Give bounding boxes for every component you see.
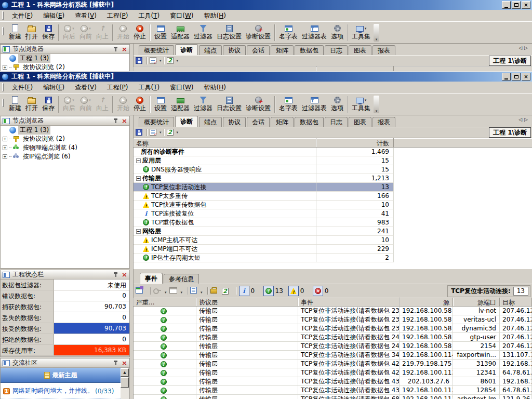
toolbar-button-nametable[interactable]: 名字表	[277, 95, 300, 113]
refresh-icon[interactable]: 2	[167, 129, 174, 136]
pin-icon[interactable]	[113, 118, 118, 124]
tab-matrix[interactable]: 矩阵	[271, 117, 294, 127]
menu-item-edit[interactable]: 编辑(E)	[38, 82, 70, 94]
toolbar-button-filter[interactable]: 过滤器	[192, 95, 215, 113]
tab-matrix[interactable]: 矩阵	[271, 45, 294, 55]
panel-close-icon[interactable]: ×	[122, 272, 127, 278]
event-row[interactable]: 传输层TCP复位非活动连接(请看数据包 23858)192.168.100.58…	[134, 324, 532, 333]
toolbar-grip[interactable]	[2, 27, 4, 35]
minimize-button[interactable]	[502, 73, 511, 81]
panel-close-icon[interactable]: ×	[122, 118, 127, 124]
diagnosis-row[interactable]: ICMP端口不可达229	[134, 245, 532, 254]
tab-endpoint[interactable]: 端点	[199, 117, 222, 127]
event-row[interactable]: 传输层TCP复位非活动连接(请看数据包 23559)192.168.100.58…	[134, 315, 532, 324]
tree-item-by-mac[interactable]: +按物理端点浏览 (4)	[1, 143, 129, 152]
tree-item-by-protocol[interactable]: +按协议浏览 (2)	[1, 135, 129, 143]
menu-item-project[interactable]: 工程(P)	[102, 82, 134, 94]
menu-item-help[interactable]: 帮助(H)	[198, 82, 231, 94]
pin-icon[interactable]	[113, 46, 118, 52]
diagnosis-row[interactable]: TCP快速重传数据包10	[134, 201, 532, 209]
diagnosis-row[interactable]: −应用层15	[134, 156, 532, 165]
toolbar-button-logset[interactable]: 日志设置	[215, 95, 244, 113]
expand-plus-icon[interactable]: +	[3, 154, 7, 159]
close-button[interactable]: ×	[522, 1, 530, 9]
pin-icon[interactable]	[113, 272, 118, 277]
toolbar-button-stop[interactable]: 停止	[131, 95, 148, 113]
toolbar-button-toolset[interactable]: ▾工具集	[350, 23, 373, 41]
tab-summary[interactable]: 概要统计	[139, 45, 174, 55]
fields-icon[interactable]	[150, 57, 156, 64]
tab-conversation[interactable]: 会话	[247, 117, 270, 127]
events-column-header[interactable]: 严重...	[134, 298, 196, 307]
tab-chart[interactable]: 图表	[349, 117, 371, 127]
tab-diagnosis[interactable]: 诊断	[175, 116, 198, 127]
event-row[interactable]: 传输层TCP复位非活动连接(请看数据包 42751)219.79.198.175…	[134, 360, 532, 368]
menu-item-tools[interactable]: 工具(T)	[133, 10, 165, 22]
scroll-thumb[interactable]	[121, 377, 129, 388]
tree-item-by-ip[interactable]: +按IP端点浏览 (6)	[1, 152, 129, 161]
filter-toggle-warn[interactable]	[288, 286, 299, 296]
toolbar-overflow-chevron[interactable]: ▾	[374, 96, 379, 113]
menu-item-file[interactable]: 文件(F)	[7, 10, 38, 22]
minimize-button[interactable]	[502, 1, 511, 9]
tab-scroll-arrows[interactable]: ◁▷	[518, 117, 530, 122]
tab-event[interactable]: 事件	[140, 273, 163, 284]
tree-item-project[interactable]: 工程 1 (3)	[1, 54, 129, 63]
toolbar-button-back[interactable]: ◀▾向后	[61, 95, 77, 113]
save-sm-icon[interactable]	[136, 129, 142, 136]
tab-packet[interactable]: 数据包	[295, 45, 324, 55]
menu-item-help[interactable]: 帮助(H)	[198, 10, 231, 22]
toolbar-button-settings[interactable]: 设置	[152, 95, 169, 113]
diagnosis-row[interactable]: IP包生存周期太短2	[134, 254, 532, 262]
collapse-minus-icon[interactable]: −	[136, 176, 141, 181]
diagnosis-row[interactable]: TCP重传数据包983	[134, 218, 532, 227]
menu-item-project[interactable]: 工程(P)	[102, 10, 134, 22]
toolbar-button-stop[interactable]: 停止	[131, 23, 148, 41]
toolbar-button-toolset[interactable]: ▾工具集	[350, 95, 373, 113]
diagnosis-row[interactable]: −传输层1,213	[134, 174, 532, 183]
tab-log[interactable]: 日志	[325, 117, 348, 127]
titlebar[interactable]: 工程 1 - 科来网络分析系统 [捕获中] ×	[0, 0, 532, 10]
refresh-icon[interactable]: 2	[167, 57, 174, 64]
tab-report[interactable]: 报表	[373, 117, 395, 127]
tab-chart[interactable]: 图表	[349, 45, 371, 55]
restore-button[interactable]	[512, 1, 521, 9]
titlebar[interactable]: 工程 1 - 科来网络分析系统 [捕获中] ×	[0, 72, 532, 82]
collapse-minus-icon[interactable]: −	[136, 229, 141, 234]
events-tool-refresh2[interactable]: 2	[222, 287, 231, 295]
toolbar-button-logset[interactable]: 日志设置	[215, 23, 244, 41]
tab-scroll-arrows[interactable]: ◁▷	[518, 45, 530, 50]
toolbar-button-adapter[interactable]: 适配器	[169, 95, 192, 113]
tab-packet[interactable]: 数据包	[295, 117, 324, 127]
toolbar-button-settings[interactable]: 设置	[152, 23, 169, 41]
expand-plus-icon[interactable]: +	[3, 145, 7, 150]
tab-reference[interactable]: 参考信息	[164, 274, 199, 284]
diagnosis-row[interactable]: TCP太多重传166	[134, 192, 532, 201]
fields-icon[interactable]	[150, 129, 156, 136]
menu-item-view[interactable]: 查看(V)	[70, 10, 102, 22]
diagnosis-row[interactable]: DNS服务器慢响应15	[134, 165, 532, 174]
tab-conversation[interactable]: 会话	[247, 45, 270, 55]
events-tool-key[interactable]: ▾	[153, 287, 167, 295]
menu-item-edit[interactable]: 编辑(E)	[38, 10, 70, 22]
toolbar-grip[interactable]	[2, 99, 4, 107]
toolbar-button-diagset[interactable]: 诊断设置	[244, 23, 273, 41]
restore-button[interactable]	[512, 73, 521, 81]
toolbar-button-new[interactable]: 新建	[7, 23, 23, 41]
event-row[interactable]: 传输层TCP复位非活动连接(请看数据包 43080)202.103.27.686…	[134, 377, 532, 386]
menu-grip[interactable]	[2, 83, 4, 91]
event-row[interactable]: 传输层TCP复位非活动连接(请看数据包 42800)192.168.100.11…	[134, 368, 532, 377]
events-tool-columns[interactable]: ▾	[190, 287, 203, 295]
events-tool-resolve[interactable]: ▾	[169, 287, 183, 295]
events-column-header[interactable]: 目标	[500, 298, 532, 307]
menu-item-window[interactable]: 窗口(W)	[165, 82, 198, 94]
toolbar-button-forward[interactable]: ▶▾向前	[77, 23, 94, 41]
toolbar-button-save[interactable]: 保存	[40, 23, 57, 41]
events-tool-lock[interactable]	[210, 287, 219, 295]
events-column-header[interactable]: 事件	[298, 298, 400, 307]
menu-item-view[interactable]: 查看(V)	[70, 82, 102, 94]
tree-item-project[interactable]: 工程 1 (3)	[1, 126, 129, 135]
event-row[interactable]: 传输层TCP复位非活动连接(请看数据包 23419)192.168.100.58…	[134, 307, 532, 315]
tab-protocol[interactable]: 协议	[223, 45, 246, 55]
panel-close-icon[interactable]: ×	[122, 360, 127, 366]
